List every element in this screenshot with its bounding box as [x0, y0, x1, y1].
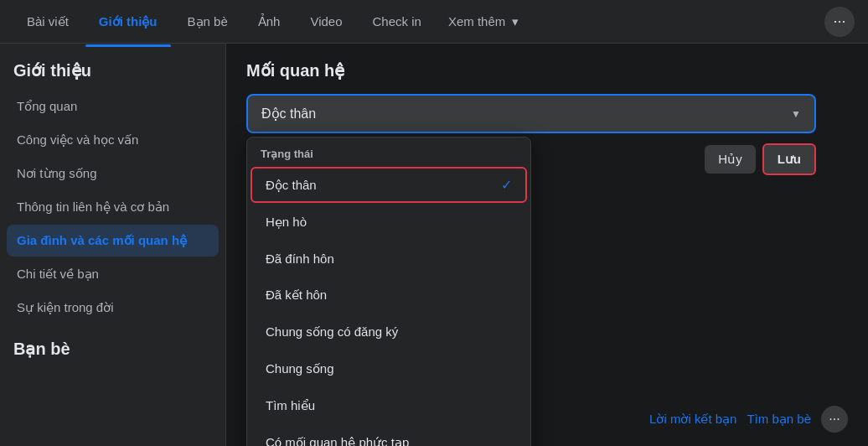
chevron-down-icon: ▾ [512, 14, 519, 29]
main-content: Mối quan hệ Độc thân ▼ Trạng thái Độc th… [226, 44, 868, 446]
save-button[interactable]: Lưu [762, 143, 816, 175]
dropdown-item-tim-hieu[interactable]: Tìm hiểu [251, 388, 527, 423]
nav-item-anh[interactable]: Ảnh [245, 8, 294, 36]
select-value: Độc thân [261, 106, 316, 122]
nav-item-xem-them[interactable]: Xem thêm ▾ [438, 8, 529, 36]
dropdown-item-co-moi-quan-he[interactable]: Có mối quan hệ phức tạp [251, 425, 527, 446]
nav-item-ban-be[interactable]: Bạn bè [174, 8, 241, 36]
nav-item-gioi-thieu[interactable]: Giới thiệu [85, 8, 171, 36]
dropdown-item-chung-song[interactable]: Chung sống [251, 351, 527, 386]
dropdown-item-da-dinh-hon[interactable]: Đã đính hôn [251, 241, 527, 276]
chevron-down-icon: ▼ [791, 108, 801, 120]
dropdown-item-label: Chung sống có đăng ký [266, 324, 398, 340]
sidebar-item-gia-dinh[interactable]: Gia đình và các mối quan hệ [7, 225, 219, 257]
main-layout: Giới thiệu Tổng quan Công việc và học vấ… [0, 44, 868, 446]
content-section-title: Mối quan hệ [246, 60, 848, 80]
dropdown-item-label: Có mối quan hệ phức tạp [266, 435, 409, 446]
dropdown-item-label: Chung sống [266, 361, 334, 376]
sidebar: Giới thiệu Tổng quan Công việc và học vấ… [0, 44, 226, 446]
friends-more-button[interactable]: ··· [821, 406, 848, 433]
dropdown-section-label: Trạng thái [247, 137, 530, 165]
sidebar-item-noi-song[interactable]: Nơi từng sống [7, 158, 219, 189]
sidebar-item-tong-quan[interactable]: Tổng quan [7, 91, 219, 122]
dropdown-item-doc-than[interactable]: Độc thân ✓ [251, 167, 527, 203]
sidebar-section-title-gioi-thieu: Giới thiệu [7, 57, 219, 91]
dropdown-item-label: Độc thân [266, 178, 317, 193]
find-friends-link[interactable]: Tìm bạn bè [747, 412, 811, 427]
relationship-select-wrapper: Độc thân ▼ Trạng thái Độc thân ✓ Hẹn hò … [246, 94, 816, 133]
relationship-dropdown: Trạng thái Độc thân ✓ Hẹn hò Đã đính hôn… [246, 137, 531, 446]
nav-item-video[interactable]: Video [297, 8, 355, 35]
sidebar-section-title-ban-be: Bạn bè [7, 325, 219, 369]
dropdown-item-da-ket-hon[interactable]: Đã kết hôn [251, 277, 527, 313]
checkmark-icon: ✓ [501, 177, 512, 193]
cancel-button[interactable]: Hủy [705, 145, 755, 174]
dropdown-item-chung-song-co-dang-ky[interactable]: Chung sống có đăng ký [251, 314, 527, 350]
friend-request-link[interactable]: Lời mời kết bạn [649, 412, 736, 427]
nav-item-bai-viet[interactable]: Bài viết [13, 8, 82, 36]
nav-more-options-button[interactable]: ··· [824, 7, 855, 37]
top-navigation: Bài viết Giới thiệu Bạn bè Ảnh Video Che… [0, 0, 868, 44]
dropdown-item-label: Tìm hiểu [266, 398, 315, 413]
dropdown-item-label: Đã đính hôn [266, 252, 334, 266]
sidebar-item-chi-tiet[interactable]: Chi tiết về bạn [7, 258, 219, 290]
dropdown-item-label: Đã kết hôn [266, 288, 327, 303]
dropdown-item-hen-ho[interactable]: Hẹn hò [251, 205, 527, 240]
relationship-select[interactable]: Độc thân ▼ [246, 94, 816, 133]
sidebar-item-cong-viec[interactable]: Công việc và học vấn [7, 124, 219, 156]
nav-item-check-in[interactable]: Check in [359, 8, 435, 35]
friends-row: Lời mời kết bạn Tìm bạn bè ··· [649, 406, 848, 433]
dropdown-item-label: Hẹn hò [266, 215, 307, 230]
sidebar-item-thong-tin[interactable]: Thông tin liên hệ và cơ bản [7, 191, 219, 223]
sidebar-item-su-kien[interactable]: Sự kiện trong đời [7, 292, 219, 324]
